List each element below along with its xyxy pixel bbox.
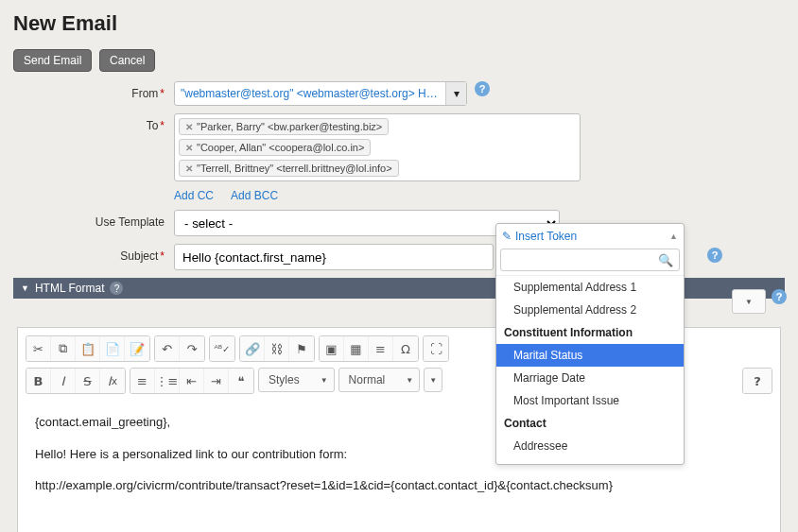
editor-mode-select[interactable]: ▼: [732, 289, 766, 314]
insert-token-panel: ✎Insert Token ▲ 🔍 Supplemental Address 1…: [495, 223, 685, 465]
section-title: HTML Format: [35, 282, 105, 295]
remove-icon[interactable]: ✕: [185, 122, 193, 132]
help-icon[interactable]: ?: [110, 282, 123, 295]
indent-icon[interactable]: ⇥: [204, 369, 229, 393]
token-item[interactable]: Supplemental Address 1: [496, 276, 684, 299]
blockquote-icon[interactable]: ❝: [229, 369, 253, 393]
recipient-chip[interactable]: ✕"Parker, Barry" <bw.parker@testing.biz>: [179, 118, 389, 135]
paste-word-icon[interactable]: 📝: [125, 336, 149, 361]
token-item[interactable]: Addressee: [496, 435, 684, 457]
to-label: To*: [13, 113, 174, 132]
ul-icon[interactable]: ⋮≡: [155, 369, 180, 393]
remove-icon[interactable]: ✕: [185, 143, 193, 153]
table-icon[interactable]: ▦: [344, 336, 369, 361]
ol-icon[interactable]: ≡: [130, 369, 155, 393]
hr-icon[interactable]: ≡: [369, 336, 393, 361]
token-item[interactable]: Marital Status: [496, 344, 684, 367]
send-email-button[interactable]: Send Email: [13, 49, 92, 72]
paste-text-icon[interactable]: 📄: [100, 336, 125, 361]
outdent-icon[interactable]: ⇤: [180, 369, 204, 393]
anchor-icon[interactable]: ⚑: [289, 336, 314, 361]
add-bcc-link[interactable]: Add BCC: [231, 189, 278, 202]
token-group-header: Constituent Information: [496, 321, 684, 344]
help-icon[interactable]: ?: [707, 248, 722, 263]
from-label: From*: [13, 81, 174, 100]
bold-icon[interactable]: B: [26, 369, 51, 393]
unlink-icon[interactable]: ⛓: [265, 336, 289, 361]
image-icon[interactable]: ▣: [320, 336, 344, 361]
token-group-header: Contact: [496, 412, 684, 435]
chevron-down-icon: ▼: [21, 283, 29, 293]
chevron-down-icon: ▾: [445, 82, 466, 105]
from-select[interactable]: "webmaster@test.org" <webmaster@test.org…: [174, 81, 467, 106]
token-item[interactable]: Most Important Issue: [496, 389, 684, 412]
paste-icon[interactable]: 📋: [76, 336, 100, 361]
help-icon[interactable]: ?: [772, 289, 787, 304]
maximize-icon[interactable]: ⛶: [424, 336, 448, 361]
copy-icon[interactable]: ⧉: [51, 336, 76, 361]
help-icon[interactable]: ?: [475, 81, 490, 96]
editor-line: http://example.org/civicrm/contribute/tr…: [35, 476, 763, 495]
styles-select[interactable]: Styles▼: [258, 368, 335, 392]
token-search[interactable]: 🔍: [500, 249, 680, 271]
chevron-up-icon[interactable]: ▲: [669, 232, 678, 241]
token-item[interactable]: Supplemental Address 2: [496, 299, 684, 321]
subject-input[interactable]: [174, 244, 494, 270]
token-search-input[interactable]: [507, 252, 658, 267]
pencil-icon: ✎: [502, 230, 512, 243]
token-list[interactable]: Supplemental Address 1 Supplemental Addr…: [496, 275, 684, 464]
undo-icon[interactable]: ↶: [155, 336, 180, 361]
link-icon[interactable]: 🔗: [240, 336, 265, 361]
page-title: New Email: [13, 11, 785, 36]
recipient-chip[interactable]: ✕"Terrell, Brittney" <terrell.brittney@l…: [179, 160, 399, 177]
about-icon[interactable]: ?: [743, 369, 772, 393]
format-select[interactable]: Normal▼: [338, 368, 421, 392]
token-item[interactable]: Birth Date: [496, 457, 684, 464]
from-value: "webmaster@test.org" <webmaster@test.org…: [181, 87, 440, 100]
template-label: Use Template: [13, 210, 174, 229]
redo-icon[interactable]: ↷: [180, 336, 204, 361]
special-char-icon[interactable]: Ω: [393, 336, 418, 361]
subject-label: Subject*: [13, 244, 174, 263]
cancel-button[interactable]: Cancel: [99, 49, 155, 72]
insert-token-button[interactable]: ✎Insert Token: [502, 230, 577, 243]
recipient-chip[interactable]: ✕"Cooper, Allan" <coopera@lol.co.in>: [179, 139, 371, 156]
strike-icon[interactable]: S: [76, 369, 100, 393]
cut-icon[interactable]: ✂: [26, 336, 51, 361]
remove-icon[interactable]: ✕: [185, 163, 193, 174]
font-select[interactable]: ▼: [424, 368, 442, 392]
add-cc-link[interactable]: Add CC: [174, 189, 214, 202]
italic-icon[interactable]: I: [51, 369, 76, 393]
search-icon: 🔍: [658, 253, 673, 267]
to-field[interactable]: ✕"Parker, Barry" <bw.parker@testing.biz>…: [174, 113, 581, 181]
token-item[interactable]: Marriage Date: [496, 367, 684, 389]
spellcheck-icon[interactable]: ᴬᴮ✓: [210, 336, 234, 361]
remove-format-icon[interactable]: Ix: [100, 369, 125, 393]
